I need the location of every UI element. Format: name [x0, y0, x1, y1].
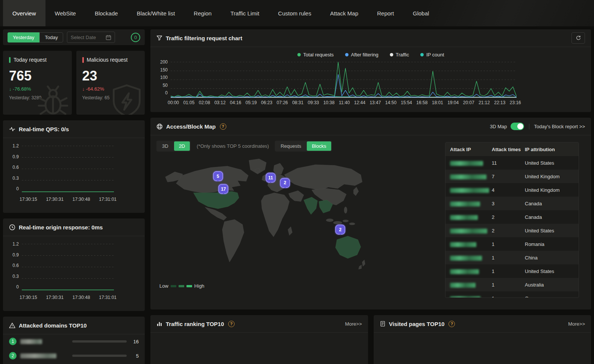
tick-label: 17:30:15 — [20, 197, 37, 202]
domain-bar — [72, 340, 127, 343]
page-icon — [380, 321, 386, 327]
select-date-placeholder: Select Date — [71, 35, 96, 40]
nav-tab-region[interactable]: Region — [184, 0, 221, 26]
attack-ip-cell — [446, 214, 492, 220]
attack-table-row: 11United States — [446, 156, 579, 170]
domain-attack-count: 5 — [130, 353, 139, 359]
stat-title: Today request — [14, 57, 47, 63]
attack-ip-cell — [446, 295, 492, 298]
tick-label: 10:38 — [323, 100, 335, 105]
tick-label: 12:44 — [354, 100, 365, 105]
yesterday-button[interactable]: Yesterday — [8, 32, 39, 42]
map-title: Access/Block Map — [166, 123, 216, 130]
question-icon[interactable]: ? — [220, 123, 226, 130]
masked-ip — [450, 256, 482, 261]
map-pin[interactable]: 2 — [280, 178, 290, 188]
attack-ip-table: Attack IPAttack timesIP attribution 11Un… — [445, 142, 579, 298]
attack-times-cell: 1 — [492, 282, 525, 288]
question-icon[interactable]: ? — [228, 321, 235, 327]
nav-tab-report[interactable]: Report — [368, 0, 403, 26]
traffic-filtering-card: Traffic filtering request chart Total re… — [150, 29, 591, 112]
map-mode-3d[interactable]: 3D — [157, 141, 173, 151]
nav-tab-custom-rules[interactable]: Custom rules — [269, 0, 321, 26]
tick-label: 0 — [16, 284, 19, 290]
ip-attribution-cell: United Kingdom — [525, 174, 579, 179]
traffic-chart: 200150100500 00:0001:0502:0803:1204:1605… — [150, 61, 591, 105]
traffic-plot — [171, 62, 517, 98]
map-pin[interactable]: 5 — [213, 171, 223, 181]
attack-ip-cell — [446, 268, 492, 274]
attacked-domain-row: 25 — [3, 349, 145, 363]
density-swatch — [171, 285, 176, 287]
tick-label: 17:31:01 — [99, 197, 117, 202]
select-date-input[interactable]: Select Date — [67, 32, 115, 43]
refresh-button[interactable] — [571, 32, 585, 44]
attack-table-row: 3Canada — [446, 197, 579, 210]
masked-ip — [450, 269, 479, 274]
stat-title: Malicious request — [87, 57, 128, 63]
attack-times-cell: 1 — [492, 241, 525, 247]
warning-icon — [9, 322, 15, 329]
qps-title: Real-time QPS: 0/s — [19, 126, 69, 132]
attack-table-header-row: Attack IPAttack timesIP attribution — [446, 143, 579, 156]
traffic-ranking-more-link[interactable]: More>> — [345, 321, 362, 327]
ip-attribution-cell: Canada — [525, 214, 579, 220]
legend-traffic[interactable]: Traffic — [390, 52, 409, 58]
masked-ip — [450, 174, 486, 179]
map-mode-2d[interactable]: 2D — [174, 141, 190, 151]
attack-table-row: 2Canada — [446, 210, 579, 224]
refresh-icon — [576, 35, 581, 41]
tick-label: 100 — [160, 75, 168, 80]
tick-label: 23:16 — [510, 100, 521, 105]
attack-times-cell: 7 — [492, 174, 525, 179]
mini-plot — [22, 146, 114, 192]
map-type-requests[interactable]: Requests — [276, 141, 306, 151]
map-type-blocks[interactable]: Blocks — [307, 141, 331, 151]
nav-tab-traffic-limit[interactable]: Traffic Limit — [221, 0, 269, 26]
map-body: 3D2D (*Only shows TOP 5 coordinates) Req… — [150, 135, 591, 309]
visited-pages-more-link[interactable]: More>> — [568, 321, 585, 327]
shield-bolt-icon — [109, 82, 145, 115]
rank-badge: 2 — [9, 352, 17, 359]
divider — [529, 124, 529, 129]
globe-icon — [156, 123, 163, 130]
3d-map-toggle[interactable] — [511, 123, 524, 130]
attack-times-cell: 4 — [492, 187, 525, 193]
tick-label: 16:58 — [416, 100, 427, 105]
map-pin[interactable]: 2 — [335, 224, 345, 235]
nav-tab-global[interactable]: Global — [403, 0, 438, 26]
map-density-legend: Low High — [159, 283, 445, 289]
date-range-toggle: Yesterday Today — [8, 32, 63, 42]
question-icon[interactable]: ? — [449, 321, 455, 327]
legend-after-filtering[interactable]: After filtering — [345, 52, 379, 58]
tick-label: 0 — [165, 90, 168, 96]
map-pin[interactable]: 17 — [218, 184, 229, 194]
nav-tab-black-white-list[interactable]: Black/White list — [127, 0, 185, 26]
map-pin[interactable]: 11 — [265, 173, 276, 183]
nav-tab-attack-map[interactable]: Attack Map — [321, 0, 368, 26]
attack-table-rows: 11United States7United Kingdom4United Ki… — [446, 156, 579, 298]
attack-ip-cell — [446, 255, 492, 260]
legend-high-label: High — [194, 283, 205, 289]
world-map-svg — [159, 155, 371, 278]
nav-tab-blockade[interactable]: Blockade — [85, 0, 127, 26]
masked-ip — [450, 296, 480, 298]
mini-chart-wrap: 1.20.90.60.30 — [8, 244, 139, 292]
today-button[interactable]: Today — [39, 32, 63, 42]
legend-total-requests[interactable]: Total requests — [297, 52, 334, 58]
world-map[interactable]: 5171122 — [159, 155, 371, 278]
tick-label: 09:33 — [308, 100, 319, 105]
nav-tab-website[interactable]: WebSite — [45, 0, 85, 26]
attack-ip-cell — [446, 282, 492, 287]
legend-ip-count[interactable]: IP count — [420, 52, 444, 58]
block-report-link[interactable]: Today's Block report >> — [534, 124, 585, 129]
ip-attribution-cell: United States — [525, 268, 579, 274]
ip-attribution-cell: Germany — [525, 296, 579, 298]
tick-label: 1.2 — [12, 143, 19, 149]
counter-badge[interactable]: 0 — [131, 33, 140, 42]
masked-domain — [20, 353, 56, 358]
attack-table-row: 1Germany — [446, 291, 579, 298]
nav-tab-overview[interactable]: Overview — [3, 0, 45, 26]
legend-dot — [390, 53, 393, 56]
stat-accent-bar — [9, 57, 11, 63]
